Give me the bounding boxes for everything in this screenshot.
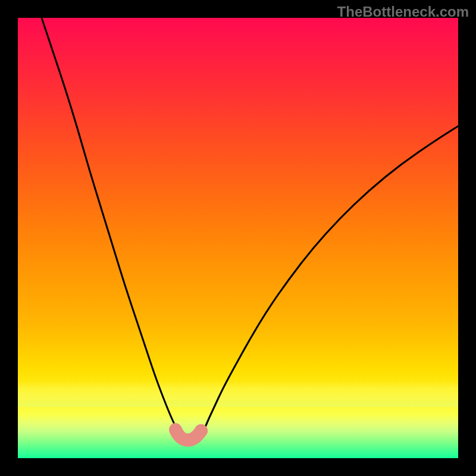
plot-area [18, 18, 458, 458]
figure-frame: TheBottleneck.com [0, 0, 476, 476]
brand-label: TheBottleneck.com [337, 4, 469, 20]
